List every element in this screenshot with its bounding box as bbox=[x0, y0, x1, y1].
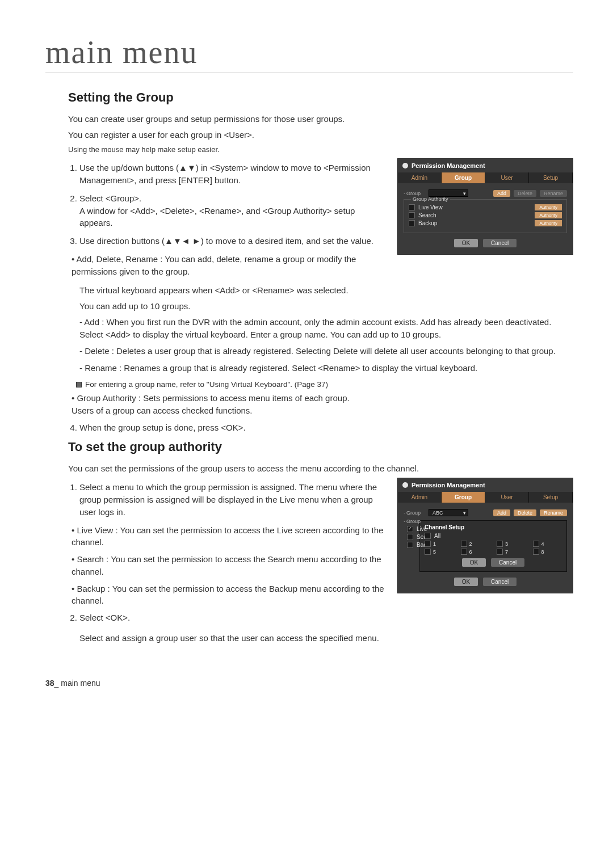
group-authority-label-2: · Group bbox=[404, 519, 421, 524]
tab-setup[interactable]: Setup bbox=[529, 492, 573, 503]
user-icon bbox=[402, 482, 408, 488]
permission-management-screenshot-1: Permission Management Admin Group User S… bbox=[397, 158, 573, 255]
chapter-title: main menu bbox=[45, 34, 573, 73]
cancel-button[interactable]: Cancel bbox=[483, 578, 517, 586]
checkbox-live[interactable] bbox=[407, 526, 413, 532]
tab-user[interactable]: User bbox=[485, 492, 529, 503]
dash-add: Add : When you first run the DVR with th… bbox=[79, 316, 573, 341]
tab-admin[interactable]: Admin bbox=[398, 492, 442, 503]
checkbox-ch1[interactable] bbox=[425, 541, 431, 547]
checkbox-ch2[interactable] bbox=[461, 541, 467, 547]
virtual-keyboard-note: For entering a group name, refer to "Usi… bbox=[76, 379, 573, 390]
delete-button[interactable]: Delete bbox=[514, 190, 536, 197]
checkbox-ch8[interactable] bbox=[533, 549, 539, 555]
group-label: · Group bbox=[404, 510, 425, 516]
ok-button[interactable]: OK bbox=[454, 578, 478, 586]
checkbox-search[interactable] bbox=[409, 212, 415, 218]
setting-the-group-heading: Setting the Group bbox=[68, 90, 573, 105]
checkbox-ch3[interactable] bbox=[497, 541, 503, 547]
bullet-backup: Backup : You can set the permission to a… bbox=[72, 583, 386, 608]
tab-user[interactable]: User bbox=[485, 172, 529, 183]
checkbox-ch4[interactable] bbox=[533, 541, 539, 547]
authority-search-button[interactable]: Authority bbox=[535, 212, 562, 218]
tab-setup[interactable]: Setup bbox=[529, 172, 573, 183]
mouse-tip: Using the mouse may help make setup easi… bbox=[68, 145, 573, 155]
add-button[interactable]: Add bbox=[493, 509, 510, 516]
section2-step2b: Select and assign a group user so that t… bbox=[79, 632, 573, 644]
user-icon bbox=[402, 163, 408, 168]
intro-line-2: You can register a user for each group i… bbox=[68, 129, 573, 141]
authority-live-button[interactable]: Authority bbox=[535, 204, 562, 210]
note-icon bbox=[76, 382, 82, 387]
group-label: · Group bbox=[404, 191, 425, 196]
dash-delete: Delete : Deletes a user group that is al… bbox=[79, 345, 573, 357]
step-4: When the group setup is done, press <OK>… bbox=[79, 422, 573, 434]
step-2: Select <Group>. A window for <Add>, <Del… bbox=[79, 192, 386, 229]
checkbox-ch5[interactable] bbox=[425, 549, 431, 555]
group-authority-label: Group Authority bbox=[411, 196, 450, 202]
tab-group[interactable]: Group bbox=[442, 172, 485, 183]
set-group-authority-heading: To set the group authority bbox=[68, 440, 573, 454]
popup-cancel-button[interactable]: Cancel bbox=[491, 558, 524, 567]
page-footer: 38_ main menu bbox=[45, 679, 573, 688]
cancel-button[interactable]: Cancel bbox=[483, 239, 517, 247]
section2-step1: Select a menu to which the group permiss… bbox=[79, 481, 386, 518]
step-3: Use direction buttons (▲▼◄ ►) to move to… bbox=[79, 235, 386, 247]
section2-intro: You can set the permissions of the group… bbox=[68, 462, 573, 475]
checkbox-backup[interactable] bbox=[409, 220, 415, 226]
delete-button[interactable]: Delete bbox=[514, 509, 536, 516]
bullet-add-delete-rename: Add, Delete, Rename : You can add, delet… bbox=[72, 253, 386, 278]
step-1: Use the up/down buttons (▲▼) in <System>… bbox=[79, 162, 386, 187]
checkbox-live[interactable] bbox=[409, 204, 415, 210]
group-dropdown[interactable]: ABC▾ bbox=[429, 509, 468, 516]
authority-backup-button[interactable]: Authority bbox=[535, 220, 562, 226]
ok-button[interactable]: OK bbox=[454, 239, 478, 247]
checkbox-ch6[interactable] bbox=[461, 549, 467, 555]
checkbox-bac[interactable] bbox=[407, 542, 413, 548]
bullet-group-authority: Group Authority : Sets permissions to ac… bbox=[72, 392, 573, 417]
popup-ok-button[interactable]: OK bbox=[462, 558, 486, 567]
rename-button[interactable]: Rename bbox=[540, 190, 567, 197]
add-button[interactable]: Add bbox=[493, 190, 510, 197]
checkbox-ch7[interactable] bbox=[497, 549, 503, 555]
tab-group[interactable]: Group bbox=[442, 492, 485, 503]
adr-sub-2: You can add up to 10 groups. bbox=[79, 300, 573, 313]
bullet-live-view: Live View : You can set the permission t… bbox=[72, 524, 386, 549]
rename-button[interactable]: Rename bbox=[540, 509, 567, 516]
checkbox-all[interactable] bbox=[425, 533, 431, 539]
permission-management-screenshot-2: Permission Management Admin Group User S… bbox=[397, 478, 573, 593]
bullet-search: Search : You can set the permission to a… bbox=[72, 553, 386, 578]
dash-rename: Rename : Renames a group that is already… bbox=[79, 362, 573, 374]
tab-admin[interactable]: Admin bbox=[398, 172, 442, 183]
channel-setup-popup: Channel Setup All 1 2 3 4 5 6 7 8 bbox=[419, 520, 567, 572]
section2-step2: Select <OK>. bbox=[79, 612, 386, 624]
checkbox-sea[interactable] bbox=[407, 534, 413, 540]
intro-line-1: You can create user groups and setup per… bbox=[68, 113, 573, 125]
adr-sub-1: The virtual keyboard appears when <Add> … bbox=[79, 284, 573, 297]
